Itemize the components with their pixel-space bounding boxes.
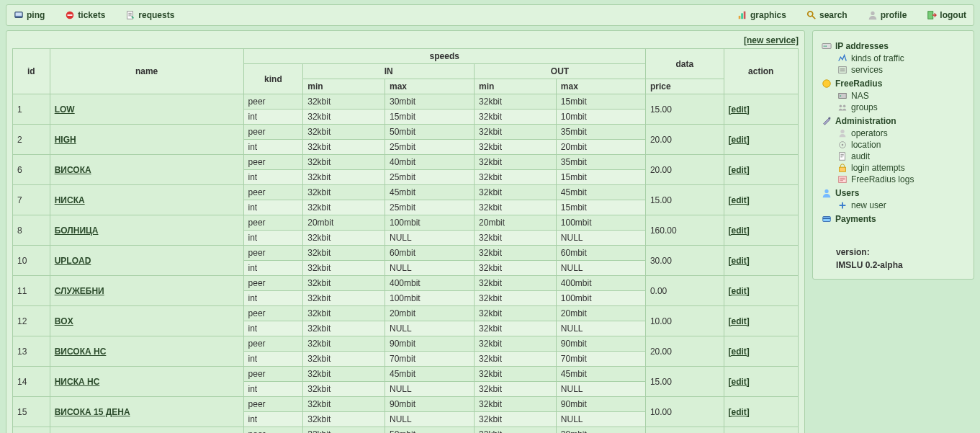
sidebar-item[interactable]: kinds of traffic xyxy=(837,53,965,64)
edit-link[interactable]: [edit] xyxy=(729,226,750,236)
cell: 14 xyxy=(13,367,50,397)
cell: 32kbit xyxy=(475,110,557,125)
cell: НИСКА xyxy=(50,185,243,215)
sidebar-item[interactable]: audit xyxy=(837,151,965,162)
nav-label: requests xyxy=(138,10,174,20)
nav-ping[interactable]: ping xyxy=(14,10,45,20)
service-name-link[interactable]: БОЛНИЦА xyxy=(55,226,99,236)
sidebar-item-label[interactable]: new user xyxy=(851,200,886,210)
service-name-link[interactable]: BOX xyxy=(55,316,73,326)
sidebar-item[interactable]: login attempts xyxy=(837,162,965,174)
service-name-link[interactable]: СЛУЖЕБНИ xyxy=(55,286,104,296)
sidebar-section-label[interactable]: IP addresses xyxy=(835,41,889,51)
cell: 15mbit xyxy=(556,94,645,110)
new-service-link[interactable]: [new service] xyxy=(744,35,799,45)
cell: 10 xyxy=(13,246,50,276)
cell: 32kbit xyxy=(475,170,557,185)
sidebar-item-label[interactable]: NAS xyxy=(851,91,869,101)
cell: 90mbit xyxy=(556,336,645,352)
sidebar-item[interactable]: operators xyxy=(837,128,965,139)
edit-link[interactable]: [edit] xyxy=(729,256,750,266)
cell: [edit] xyxy=(724,94,799,125)
sidebar-item-label[interactable]: login attempts xyxy=(851,163,905,173)
sidebar: IP addresseskinds of trafficservicesFree… xyxy=(812,30,974,280)
cell: 50mbit xyxy=(385,427,474,434)
sidebar-item[interactable]: FreeRadius logs xyxy=(837,174,965,185)
service-name-link[interactable]: НИСКА НС xyxy=(55,377,100,387)
service-name-link[interactable]: ВИСОКА 15 ДЕНА xyxy=(55,407,130,417)
sidebar-item[interactable]: new user xyxy=(837,200,965,211)
svg-point-27 xyxy=(824,189,828,193)
sidebar-item-label[interactable]: FreeRadius logs xyxy=(851,174,914,184)
cell: 15.00 xyxy=(645,367,724,397)
nav-profile[interactable]: profile xyxy=(868,10,907,20)
audit-icon xyxy=(837,151,848,161)
sidebar-item-label[interactable]: operators xyxy=(851,128,888,138)
cell: BOX xyxy=(50,306,243,336)
sidebar-section-label[interactable]: Administration xyxy=(835,116,896,126)
sidebar-section[interactable]: Payments xyxy=(822,214,965,224)
cell: 45mbit xyxy=(556,367,645,382)
nav-search[interactable]: search xyxy=(806,10,848,20)
cell: NULL xyxy=(556,382,645,397)
sidebar-item-label[interactable]: kinds of traffic xyxy=(851,53,904,63)
svg-point-13 xyxy=(825,45,827,47)
sidebar-item-label[interactable]: groups xyxy=(851,102,878,112)
sidebar-item[interactable]: location xyxy=(837,139,965,151)
sidebar-section[interactable]: Administration xyxy=(822,116,965,126)
cell: 35mbit xyxy=(556,155,645,170)
service-name-link[interactable]: ВИСОКА xyxy=(55,165,91,175)
table-row: 2HIGHpeer32kbit50mbit32kbit35mbit20.00[e… xyxy=(13,125,799,140)
cell: peer xyxy=(243,215,303,231)
sidebar-section[interactable]: IP addresses xyxy=(822,41,965,51)
nav-label: profile xyxy=(881,10,907,20)
edit-link[interactable]: [edit] xyxy=(729,347,750,357)
cell: 400mbit xyxy=(385,276,474,291)
sidebar-section[interactable]: Users xyxy=(822,188,965,198)
sidebar-section-label[interactable]: Payments xyxy=(835,214,876,224)
service-name-link[interactable]: ВИСОКА НС xyxy=(55,347,107,357)
nav-tickets[interactable]: tickets xyxy=(65,10,105,20)
sidebar-item-label[interactable]: audit xyxy=(851,151,870,161)
table-row: 13ВИСОКА НСpeer32kbit90mbit32kbit90mbit2… xyxy=(13,336,799,352)
nav-logout[interactable]: logout xyxy=(927,10,966,20)
edit-link[interactable]: [edit] xyxy=(729,407,750,417)
service-name-link[interactable]: HIGH xyxy=(55,135,76,145)
sidebar-item[interactable]: groups xyxy=(837,102,965,113)
edit-link[interactable]: [edit] xyxy=(729,104,750,115)
service-name-link[interactable]: UPLOAD xyxy=(55,256,91,266)
services-table: id name speeds data action kind IN OUT m… xyxy=(12,48,799,433)
sidebar-section-label[interactable]: Users xyxy=(835,188,859,198)
edit-link[interactable]: [edit] xyxy=(729,286,750,296)
edit-link[interactable]: [edit] xyxy=(729,195,750,205)
sidebar-section[interactable]: FreeRadius xyxy=(822,79,965,89)
service-name-link[interactable]: LOW xyxy=(55,104,75,115)
cell: 32kbit xyxy=(303,397,385,412)
cell: int xyxy=(243,170,303,185)
svg-point-18 xyxy=(840,105,842,108)
sidebar-item[interactable]: services xyxy=(837,64,965,76)
nav-label: ping xyxy=(27,10,45,20)
cell: int xyxy=(243,291,303,306)
nav-graphics[interactable]: graphics xyxy=(737,10,786,20)
top-nav: pingticketsrequests graphicssearchprofil… xyxy=(6,4,974,26)
cell: 35mbit xyxy=(556,125,645,140)
edit-link[interactable]: [edit] xyxy=(729,316,750,326)
cell: 32kbit xyxy=(303,321,385,336)
edit-link[interactable]: [edit] xyxy=(729,135,750,145)
sidebar-section-label[interactable]: FreeRadius xyxy=(835,79,882,89)
cell: 32kbit xyxy=(475,155,557,170)
th-out-min: min xyxy=(475,79,557,94)
sidebar-item-label[interactable]: services xyxy=(851,65,883,75)
svg-point-21 xyxy=(840,130,844,133)
nav-label: graphics xyxy=(750,10,786,20)
cell: peer xyxy=(243,427,303,434)
nav-requests[interactable]: requests xyxy=(125,10,174,20)
sidebar-item-label[interactable]: location xyxy=(851,140,881,150)
edit-link[interactable]: [edit] xyxy=(729,165,750,175)
service-name-link[interactable]: НИСКА xyxy=(55,195,85,205)
edit-link[interactable]: [edit] xyxy=(729,377,750,387)
sidebar-item[interactable]: NAS xyxy=(837,90,965,102)
table-row: 16testpeer32kbit50mbit32kbit30mbit10.00[… xyxy=(13,427,799,434)
operators-icon xyxy=(837,128,848,138)
